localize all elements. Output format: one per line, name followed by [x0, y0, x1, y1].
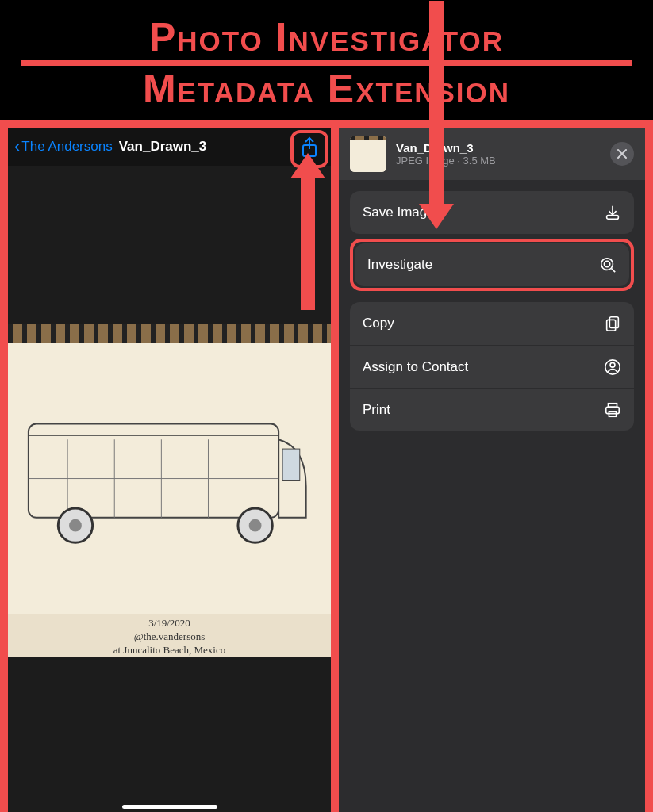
svg-rect-1	[29, 423, 278, 517]
marketing-divider	[21, 60, 632, 66]
action-assign-to-contact[interactable]: Assign to Contact	[350, 345, 634, 388]
back-button[interactable]: ‹ The Andersons	[14, 136, 113, 157]
chevron-left-icon: ‹	[14, 136, 20, 157]
share-meta: Van_Drawn_3 JPEG Image · 3.5 MB	[396, 141, 601, 167]
action-save-image-label: Save Image	[363, 205, 604, 220]
photo-content: 3/19/2020 @the.vandersons at Juncalito B…	[8, 324, 331, 657]
action-investigate[interactable]: Investigate	[355, 243, 629, 286]
svg-point-11	[249, 519, 262, 531]
action-assign-label: Assign to Contact	[363, 359, 604, 375]
panel-separator	[331, 128, 339, 812]
svg-rect-13	[607, 216, 619, 220]
van-drawing-icon	[21, 370, 317, 587]
action-group-misc: Copy Assign to Contact	[350, 302, 634, 431]
share-subtitle: JPEG Image · 3.5 MB	[396, 155, 601, 167]
action-investigate-label: Investigate	[367, 257, 599, 273]
image-area[interactable]: 3/19/2020 @the.vandersons at Juncalito B…	[8, 166, 331, 812]
share-filesize: 3.5 MB	[463, 155, 496, 167]
action-group-save: Save Image	[350, 191, 634, 234]
back-album-label: The Andersons	[21, 139, 112, 155]
marketing-title-line2: Metadata Extension	[143, 69, 510, 109]
share-header: Van_Drawn_3 JPEG Image · 3.5 MB	[339, 128, 645, 180]
svg-point-15	[604, 261, 609, 266]
marketing-title-line1: Photo Investigator	[149, 17, 504, 57]
share-filetype: JPEG Image	[396, 155, 455, 167]
download-icon	[604, 204, 621, 221]
person-circle-icon	[604, 358, 621, 376]
close-button[interactable]	[610, 142, 634, 166]
caption-date: 3/19/2020	[148, 617, 190, 629]
annotation-arrow-down	[429, 1, 444, 207]
share-sheet-panel: Van_Drawn_3 JPEG Image · 3.5 MB	[339, 128, 645, 812]
svg-point-10	[69, 519, 82, 531]
action-copy-label: Copy	[363, 316, 604, 331]
dot-separator: ·	[457, 155, 463, 167]
svg-point-19	[610, 362, 615, 367]
camera-search-icon	[599, 256, 617, 274]
home-indicator[interactable]	[122, 805, 217, 809]
action-save-image[interactable]: Save Image	[350, 191, 634, 234]
action-print-label: Print	[363, 402, 604, 418]
action-print[interactable]: Print	[350, 388, 634, 431]
nav-bar: ‹ The Andersons Van_Drawn_3	[8, 128, 331, 166]
svg-rect-12	[282, 449, 300, 480]
svg-rect-17	[607, 320, 616, 331]
svg-point-14	[601, 259, 613, 270]
action-copy[interactable]: Copy	[350, 302, 634, 345]
photo-viewer-panel: ‹ The Andersons Van_Drawn_3	[8, 128, 331, 812]
caption-handle: @the.vandersons	[134, 630, 206, 642]
svg-rect-16	[609, 317, 618, 328]
copy-icon	[604, 315, 621, 332]
share-thumbnail	[350, 136, 386, 172]
sketch-paper	[8, 343, 331, 614]
investigate-highlight: Investigate	[350, 239, 634, 291]
marketing-header: Photo Investigator Metadata Extension	[0, 0, 653, 119]
sketchbook-binding-icon	[8, 324, 331, 343]
action-group-investigate: Investigate	[355, 243, 629, 286]
sketch-caption: 3/19/2020 @the.vandersons at Juncalito B…	[8, 617, 331, 657]
caption-location: at Juncalito Beach, Mexico	[113, 644, 226, 656]
panels-frame: ‹ The Andersons Van_Drawn_3	[0, 120, 653, 812]
share-filename: Van_Drawn_3	[396, 141, 601, 155]
printer-icon	[604, 401, 621, 419]
close-icon	[617, 149, 627, 159]
svg-rect-21	[606, 407, 620, 413]
promo-root: Photo Investigator Metadata Extension ‹ …	[0, 0, 653, 812]
